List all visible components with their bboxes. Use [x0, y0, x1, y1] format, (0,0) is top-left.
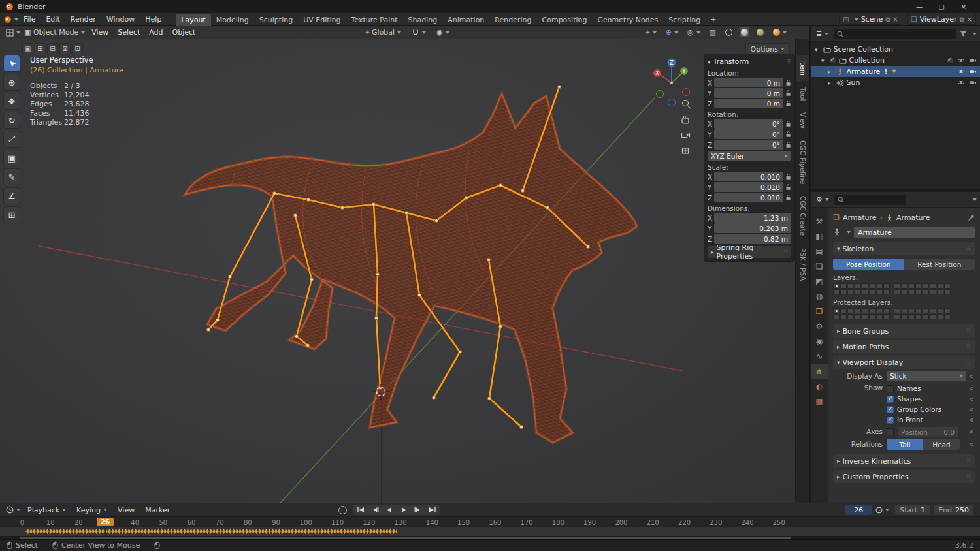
- shading-material-button[interactable]: [757, 29, 764, 36]
- lock-icon[interactable]: [785, 120, 791, 127]
- protected-layer-cell[interactable]: [840, 314, 847, 319]
- animate-dot-icon[interactable]: [970, 443, 973, 446]
- display-checkbox-row[interactable]: Group Colors: [887, 404, 973, 415]
- editor-type-icon[interactable]: [6, 29, 20, 37]
- lock-icon[interactable]: [785, 141, 791, 148]
- xray-toggle[interactable]: ▥: [710, 28, 716, 37]
- protected-layer-cell[interactable]: [862, 308, 868, 313]
- protected-layer-cell[interactable]: [862, 314, 868, 319]
- layer-cell[interactable]: [908, 283, 915, 289]
- topbar-menu[interactable]: Render: [65, 13, 101, 26]
- navigation-gizmo[interactable]: X Y Z: [653, 59, 690, 106]
- playhead-line[interactable]: [105, 527, 106, 536]
- new-view-layer-icon[interactable]: ⧉: [959, 16, 964, 24]
- viewport-menu[interactable]: Select: [113, 26, 144, 39]
- end-frame-field[interactable]: End250: [934, 505, 973, 515]
- current-frame-tag[interactable]: 26: [97, 518, 114, 526]
- unlink-scene-icon[interactable]: ×: [892, 16, 898, 23]
- layer-cell[interactable]: [862, 283, 868, 289]
- tool-button-rotate[interactable]: ↻: [3, 112, 20, 129]
- pose-position-button[interactable]: Pose Position: [833, 259, 904, 270]
- prop-tab-world[interactable]: ◍: [811, 289, 828, 304]
- prop-tab-texture[interactable]: ▩: [811, 394, 828, 409]
- minimize-button[interactable]: —: [908, 0, 930, 13]
- layer-cell[interactable]: [833, 289, 840, 294]
- protected-layer-cell[interactable]: [908, 308, 915, 313]
- animate-dot-icon[interactable]: [970, 408, 973, 411]
- layer-cell[interactable]: [833, 283, 840, 289]
- panel-grip-icon[interactable]: [787, 59, 791, 65]
- protected-layer-cell[interactable]: [944, 314, 951, 319]
- display-checkbox-row[interactable]: In Front: [887, 415, 973, 425]
- tail-button[interactable]: Tail: [887, 439, 923, 450]
- lock-icon[interactable]: [785, 173, 791, 180]
- next-keyframe-button[interactable]: [411, 505, 425, 515]
- pin-icon[interactable]: [968, 214, 975, 221]
- play-button[interactable]: [397, 505, 411, 515]
- layer-cell[interactable]: [901, 283, 907, 289]
- prop-tab-object-data[interactable]: ⋔: [811, 364, 828, 379]
- maximize-button[interactable]: ▢: [930, 0, 953, 13]
- protected-layer-cell[interactable]: [937, 308, 943, 313]
- axes-checkbox[interactable]: [887, 428, 894, 435]
- dimension-value-field[interactable]: 0.263 m: [714, 223, 791, 233]
- lock-icon[interactable]: [785, 100, 791, 107]
- layer-cell[interactable]: [869, 283, 875, 289]
- layer-cell[interactable]: [869, 289, 875, 294]
- overlays-toggle[interactable]: ◎: [687, 28, 700, 37]
- sidebar-tab-psk-psa[interactable]: PSK / PSA: [796, 243, 809, 286]
- tool-button-add-cube[interactable]: ⊞: [3, 206, 20, 223]
- orientation-dropdown[interactable]: ⌖ Global: [365, 28, 401, 37]
- layer-cell[interactable]: [840, 283, 847, 289]
- workspace-tab[interactable]: Rendering: [489, 14, 536, 26]
- add-workspace-button[interactable]: +: [706, 15, 721, 24]
- layer-cell[interactable]: [862, 289, 868, 294]
- layer-cell[interactable]: [923, 289, 929, 294]
- filter-icon[interactable]: [960, 31, 967, 37]
- chevron-down-icon[interactable]: [973, 198, 977, 201]
- workspace-tab[interactable]: Layout: [176, 14, 210, 26]
- shading-wireframe-button[interactable]: [725, 29, 732, 36]
- timeline-menu[interactable]: Marker: [140, 503, 175, 516]
- protected-layer-cell[interactable]: [883, 314, 890, 319]
- rotation-value-field[interactable]: 0°: [714, 140, 783, 150]
- workspace-tab[interactable]: Geometry Nodes: [592, 14, 663, 26]
- prop-tab-output[interactable]: ▤: [811, 244, 828, 259]
- viewport-menu[interactable]: View: [87, 26, 113, 39]
- current-frame-field[interactable]: 26: [845, 505, 872, 515]
- wolf-wireframe-mesh[interactable]: [176, 85, 647, 450]
- prev-keyframe-button[interactable]: [368, 505, 382, 515]
- select-mode-select-new[interactable]: ▣: [22, 43, 33, 54]
- play-reverse-button[interactable]: [382, 505, 397, 515]
- workspace-tab[interactable]: UV Editing: [298, 14, 346, 26]
- protected-layer-cell[interactable]: [869, 308, 875, 313]
- layer-cell[interactable]: [937, 289, 943, 294]
- prop-tab-view-layer[interactable]: ❏: [811, 259, 828, 274]
- checkbox-icon[interactable]: [887, 406, 894, 413]
- protected-layer-cell[interactable]: [855, 308, 861, 313]
- camera-view-icon[interactable]: [682, 133, 690, 138]
- prop-tab-scene[interactable]: ◩: [811, 274, 828, 289]
- close-button[interactable]: ×: [953, 0, 975, 13]
- protected-layer-cell[interactable]: [833, 308, 840, 313]
- scale-value-field[interactable]: 0.010: [714, 182, 783, 192]
- new-scene-icon[interactable]: ⧉: [885, 16, 890, 24]
- eye-icon[interactable]: [957, 80, 965, 86]
- layer-cell[interactable]: [847, 289, 854, 294]
- prop-tab-physics[interactable]: ◉: [811, 334, 828, 349]
- workspace-tab[interactable]: Scripting: [663, 14, 706, 26]
- snap-toggle[interactable]: [412, 29, 426, 37]
- layer-cell[interactable]: [937, 283, 943, 289]
- start-frame-field[interactable]: Start1: [895, 505, 930, 515]
- rest-position-button[interactable]: Rest Position: [904, 259, 975, 270]
- lock-icon[interactable]: [785, 194, 791, 201]
- select-mode-select-intersect[interactable]: ⊡: [72, 43, 83, 54]
- viewport-3d[interactable]: ▣ Object Mode ViewSelectAddObject ⌖ Glob…: [0, 26, 810, 503]
- lock-icon[interactable]: [785, 79, 791, 86]
- keyframe-track[interactable]: [0, 527, 980, 536]
- layer-cell[interactable]: [876, 283, 883, 289]
- lock-icon[interactable]: [785, 183, 791, 191]
- prop-tab-render[interactable]: ◧: [811, 229, 828, 244]
- breadcrumb-data[interactable]: Armature: [896, 213, 930, 222]
- protected-layer-cell[interactable]: [930, 308, 936, 313]
